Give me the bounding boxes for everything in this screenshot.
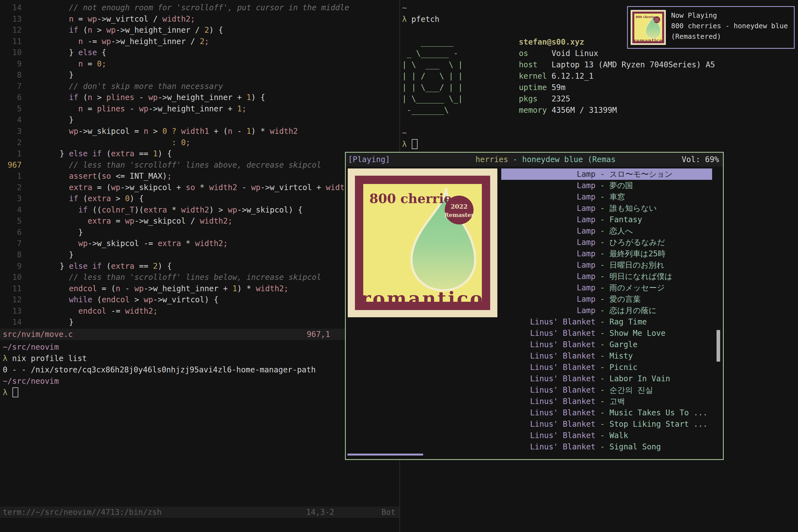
playlist-row[interactable]: Linus' Blanket - 순간의 진실 <box>501 384 712 396</box>
line-number: 5 <box>0 215 22 227</box>
line-number: 2 <box>0 137 22 149</box>
line-number: 8 <box>0 70 22 81</box>
code-line[interactable]: 11 n -= wp->w_height_inner / 2; <box>0 36 399 48</box>
track-separator: - <box>595 418 610 430</box>
line-number: 4 <box>0 114 22 126</box>
playlist-row[interactable]: Linus' Blanket - Signal Song <box>501 441 712 453</box>
track-separator: - <box>595 350 610 362</box>
playlist-scrollbar[interactable] <box>717 330 720 362</box>
track-title: Fantasy <box>610 214 642 225</box>
line-number: 2 <box>0 182 22 193</box>
code-line[interactable]: 4 } <box>0 114 399 126</box>
line-number: 13 <box>0 306 22 317</box>
now-playing-notification[interactable]: 800 cherries 2022 Remaster romantico Now… <box>627 6 795 49</box>
notification-track-suffix: (Remastered) <box>671 31 788 42</box>
line-number: 14 <box>0 2 22 14</box>
code-line[interactable]: 10 // less than 'scrolloff' lines below,… <box>0 272 399 283</box>
track-separator: - <box>595 339 610 350</box>
nvim-terminal-buffer[interactable]: ~/src/neovimλ nix profile list0 - - /nix… <box>3 341 316 398</box>
album-art-thumbnail: 800 cherries 2022 Remaster romantico <box>631 10 666 45</box>
terminal-line: | | \___/ | | uptime 59m <box>402 82 715 93</box>
playlist-row-selected[interactable]: Lamp - スロ〜モ〜ション <box>501 169 712 180</box>
playlist-row[interactable]: Linus' Blanket - Stop Liking Start ... <box>501 418 712 430</box>
playlist-row[interactable]: Lamp - 明日になれば僕は <box>501 271 712 282</box>
notification-title: Now Playing <box>671 10 788 21</box>
track-artist: Linus' Blanket <box>501 327 595 339</box>
playlist-row[interactable]: Linus' Blanket - Gargle <box>501 339 712 350</box>
code-line[interactable]: 3 wp->w_skipcol = n > 0 ? width1 + (n - … <box>0 126 399 137</box>
playlist-row[interactable]: Lamp - 夢の国 <box>501 180 712 191</box>
code-line[interactable]: 13 endcol -= width2; <box>0 306 399 317</box>
line-number: 10 <box>0 47 22 58</box>
playlist-row[interactable]: Linus' Blanket - Walk <box>501 430 712 441</box>
playlist-row[interactable]: Linus' Blanket - Show Me Love <box>501 327 712 339</box>
track-separator: - <box>595 248 610 259</box>
code-line[interactable]: 8 } <box>0 70 399 81</box>
line-number: 6 <box>0 92 22 103</box>
playlist-row[interactable]: Lamp - ひろがるなみだ <box>501 236 712 248</box>
track-artist: Lamp <box>501 225 595 236</box>
playlist-row[interactable]: Lamp - 恋人へ <box>501 225 712 236</box>
code-line[interactable]: 14 // not enough room for 'scrolloff', p… <box>0 2 399 14</box>
playlist-row[interactable]: Linus' Blanket - 고백 <box>501 396 712 407</box>
track-separator: - <box>595 441 610 453</box>
player-header: [Playing] herries - honeydew blue (Remas… <box>346 153 723 167</box>
playlist-row[interactable]: Linus' Blanket - Rag Time <box>501 316 712 327</box>
code-line[interactable]: 10 } else { <box>0 47 399 58</box>
playlist: Lamp - スロ〜モ〜ションLamp - 夢の国Lamp - 車窓Lamp -… <box>501 169 712 453</box>
code-line[interactable]: 2 extra = (wp->w_skipcol + so * width2 -… <box>0 182 399 193</box>
code-line[interactable]: 11 endcol = (n - wp->w_height_inner + 1)… <box>0 283 399 294</box>
code-line[interactable]: 967 // less than 'scrolloff' lines above… <box>0 159 399 171</box>
track-separator: - <box>595 396 610 407</box>
code-line[interactable]: 7 // don't skip more than necessary <box>0 81 399 92</box>
playlist-row[interactable]: Lamp - 最終列車は25時 <box>501 248 712 259</box>
code-line[interactable]: 9 } else if (extra == 2) { <box>0 261 399 272</box>
track-title: 夢の国 <box>610 180 633 191</box>
nvim-code-buffer[interactable]: 14 // not enough room for 'scrolloff', p… <box>0 2 399 328</box>
playlist-row[interactable]: Lamp - 誰も知らない <box>501 203 712 214</box>
playlist-row[interactable]: Lamp - 愛の言葉 <box>501 293 712 305</box>
music-player-window[interactable]: [Playing] herries - honeydew blue (Remas… <box>345 152 724 460</box>
playlist-row[interactable]: Lamp - 恋は月の蔭に <box>501 305 712 316</box>
code-line[interactable]: 6 if (n > plines - wp->w_height_inner + … <box>0 92 399 103</box>
track-title: ひろがるなみだ <box>610 236 665 248</box>
code-line[interactable]: 1 assert(so <= INT_MAX); <box>0 171 399 182</box>
playlist-row[interactable]: Lamp - 車窓 <box>501 191 712 203</box>
left-terminal-pane[interactable]: 14 // not enough room for 'scrolloff', p… <box>0 0 399 532</box>
playlist-row[interactable]: Lamp - 雨のメッセージ <box>501 282 712 293</box>
svg-text:romantico: romantico <box>361 287 484 309</box>
svg-text:Remaster: Remaster <box>444 212 474 218</box>
line-number: 6 <box>0 227 22 238</box>
code-line[interactable]: 6 } <box>0 227 399 238</box>
track-progress-bar[interactable] <box>347 454 423 456</box>
playlist-row[interactable]: Linus' Blanket - Labor In Vain <box>501 373 712 384</box>
code-line[interactable]: 1 } else if (extra == 1) { <box>0 148 399 159</box>
track-separator: - <box>595 362 610 373</box>
code-line[interactable]: 8 } <box>0 249 399 261</box>
code-line[interactable]: 5 n = plines - wp->w_height_inner + 1; <box>0 103 399 115</box>
track-artist: Lamp <box>501 282 595 293</box>
code-line[interactable]: 2 : 0; <box>0 137 399 149</box>
playlist-row[interactable]: Lamp - 日曜日のお別れ <box>501 259 712 271</box>
track-artist: Lamp <box>501 180 595 191</box>
playlist-row[interactable]: Linus' Blanket - Music Takes Us To ... <box>501 407 712 418</box>
code-line[interactable]: 4 if ((colnr_T)(extra * width2) > wp->w_… <box>0 205 399 216</box>
code-line[interactable]: 3 if (extra > 0) { <box>0 193 399 205</box>
code-line[interactable]: 14 } <box>0 317 399 328</box>
line-number: 12 <box>0 25 22 36</box>
code-line[interactable]: 12 if (n > wp->w_height_inner / 2) { <box>0 25 399 36</box>
code-line[interactable]: 9 n = 0; <box>0 58 399 70</box>
code-line[interactable]: 13 n = wp->w_virtcol / width2; <box>0 14 399 25</box>
terminal-scroll-indicator: Bot <box>381 507 395 518</box>
track-artist: Linus' Blanket <box>501 396 595 407</box>
playlist-row[interactable]: Linus' Blanket - Misty <box>501 350 712 362</box>
code-line[interactable]: 12 while (endcol > wp->w_virtcol) { <box>0 294 399 306</box>
album-art-image: 800 cherries 2022 Remaster romantico <box>631 10 666 45</box>
playlist-row[interactable]: Linus' Blanket - Picnic <box>501 362 712 373</box>
track-artist: Lamp <box>501 259 595 271</box>
code-line[interactable]: 5 extra = wp->w_skipcol / width2; <box>0 215 399 227</box>
code-line[interactable]: 7 wp->w_skipcol -= extra * width2; <box>0 238 399 249</box>
terminal-line: ~/src/neovim <box>3 341 316 353</box>
track-separator: - <box>595 430 610 441</box>
playlist-row[interactable]: Lamp - Fantasy <box>501 214 712 225</box>
